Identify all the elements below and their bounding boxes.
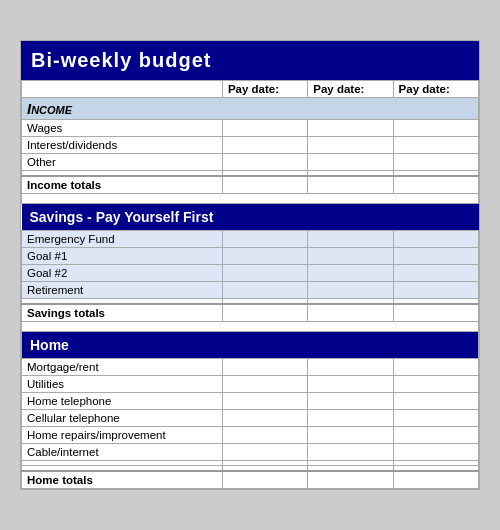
savings-row-retirement: Retirement (22, 282, 479, 299)
wages-val1 (222, 120, 307, 137)
emergency-val1 (222, 231, 307, 248)
savings-title: Savings - Pay Yourself First (22, 204, 479, 231)
income-totals-val2 (308, 176, 393, 194)
cable-val2 (308, 444, 393, 461)
utilities-val2 (308, 376, 393, 393)
interest-val2 (308, 137, 393, 154)
home-row-home-telephone: Home telephone (22, 393, 479, 410)
retirement-label: Retirement (22, 282, 223, 299)
repairs-val3 (393, 427, 478, 444)
home-row-cellular: Cellular telephone (22, 410, 479, 427)
pay-date-1: Pay date: (222, 81, 307, 98)
savings-totals-val3 (393, 304, 478, 322)
home-totals-row: Home totals (22, 471, 479, 489)
header-empty (22, 81, 223, 98)
home-totals-val1 (222, 471, 307, 489)
cable-val1 (222, 444, 307, 461)
cellular-val2 (308, 410, 393, 427)
income-totals-val1 (222, 176, 307, 194)
mortgage-label: Mortgage/rent (22, 359, 223, 376)
home-title: Home (22, 332, 479, 359)
savings-totals-val2 (308, 304, 393, 322)
income-label: Income (27, 100, 72, 117)
savings-row-goal2: Goal #2 (22, 265, 479, 282)
cellular-label: Cellular telephone (22, 410, 223, 427)
goal2-val1 (222, 265, 307, 282)
interest-val3 (393, 137, 478, 154)
wages-val2 (308, 120, 393, 137)
emergency-label: Emergency Fund (22, 231, 223, 248)
mortgage-val3 (393, 359, 478, 376)
spacer-1 (22, 194, 479, 204)
savings-row-emergency: Emergency Fund (22, 231, 479, 248)
other-val3 (393, 154, 478, 171)
savings-totals-label: Savings totals (22, 304, 223, 322)
income-totals-row: Income totals (22, 176, 479, 194)
home-row-mortgage: Mortgage/rent (22, 359, 479, 376)
goal1-val2 (308, 248, 393, 265)
goal1-val1 (222, 248, 307, 265)
income-totals-val3 (393, 176, 478, 194)
income-row-other: Other (22, 154, 479, 171)
cable-label: Cable/internet (22, 444, 223, 461)
retirement-val2 (308, 282, 393, 299)
emergency-val3 (393, 231, 478, 248)
emergency-val2 (308, 231, 393, 248)
utilities-val3 (393, 376, 478, 393)
home-totals-val3 (393, 471, 478, 489)
income-title: Income (22, 98, 479, 120)
interest-label: Interest/dividends (22, 137, 223, 154)
interest-val1 (222, 137, 307, 154)
repairs-val1 (222, 427, 307, 444)
repairs-val2 (308, 427, 393, 444)
goal2-val2 (308, 265, 393, 282)
home-telephone-val2 (308, 393, 393, 410)
wages-label: Wages (22, 120, 223, 137)
main-title: Bi-weekly budget (21, 41, 479, 80)
repairs-label: Home repairs/improvement (22, 427, 223, 444)
goal1-label: Goal #1 (22, 248, 223, 265)
home-row-cable: Cable/internet (22, 444, 479, 461)
spacer-2 (22, 322, 479, 332)
income-totals-label: Income totals (22, 176, 223, 194)
other-val2 (308, 154, 393, 171)
home-row-utilities: Utilities (22, 376, 479, 393)
utilities-label: Utilities (22, 376, 223, 393)
cable-val3 (393, 444, 478, 461)
retirement-val3 (393, 282, 478, 299)
mortgage-val1 (222, 359, 307, 376)
home-row-repairs: Home repairs/improvement (22, 427, 479, 444)
retirement-val1 (222, 282, 307, 299)
other-label: Other (22, 154, 223, 171)
other-val1 (222, 154, 307, 171)
goal1-val3 (393, 248, 478, 265)
home-telephone-label: Home telephone (22, 393, 223, 410)
income-row-wages: Wages (22, 120, 479, 137)
home-totals-val2 (308, 471, 393, 489)
savings-totals-row: Savings totals (22, 304, 479, 322)
income-row-interest: Interest/dividends (22, 137, 479, 154)
home-telephone-val1 (222, 393, 307, 410)
goal2-label: Goal #2 (22, 265, 223, 282)
mortgage-val2 (308, 359, 393, 376)
budget-page: Bi-weekly budget Pay date: Pay date: Pay… (20, 40, 480, 490)
cellular-val1 (222, 410, 307, 427)
savings-totals-val1 (222, 304, 307, 322)
cellular-val3 (393, 410, 478, 427)
header-row: Pay date: Pay date: Pay date: (22, 81, 479, 98)
home-totals-label: Home totals (22, 471, 223, 489)
home-telephone-val3 (393, 393, 478, 410)
pay-date-3: Pay date: (393, 81, 478, 98)
wages-val3 (393, 120, 478, 137)
savings-section-header: Savings - Pay Yourself First (22, 204, 479, 231)
utilities-val1 (222, 376, 307, 393)
income-section-header: Income (22, 98, 479, 120)
savings-row-goal1: Goal #1 (22, 248, 479, 265)
goal2-val3 (393, 265, 478, 282)
home-section-header: Home (22, 332, 479, 359)
pay-date-2: Pay date: (308, 81, 393, 98)
